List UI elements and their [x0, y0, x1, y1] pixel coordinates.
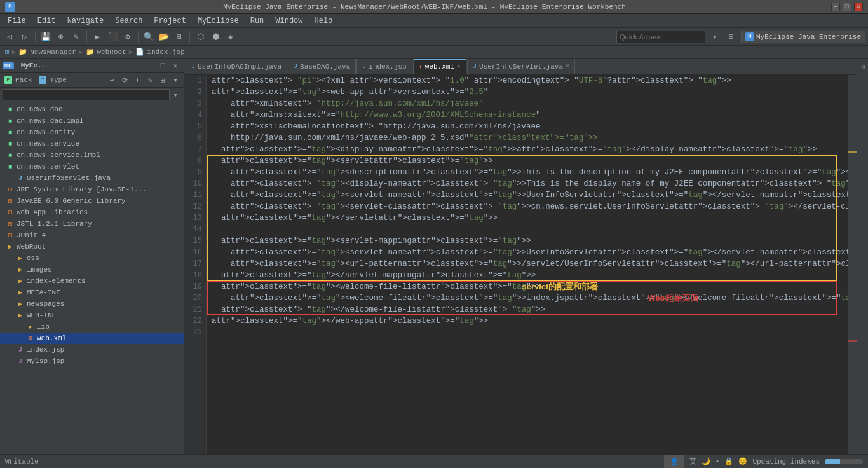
editor-tab-index-jsp[interactable]: Jindex.jsp — [356, 59, 412, 74]
code-area[interactable]: attr">classtext">="pi"><?xml attr">versi… — [207, 75, 848, 454]
line-number: 1 — [184, 75, 202, 86]
breadcrumb-item-2[interactable]: index.jsp — [147, 48, 184, 56]
tree-item-label: images — [27, 266, 52, 273]
tree-item[interactable]: ■cn.news.entity — [0, 127, 184, 138]
tree-item[interactable]: ■cn.news.service.impl — [0, 149, 184, 161]
menu-item-search[interactable]: Search — [110, 15, 147, 27]
sidebar-maximize[interactable]: □ — [157, 60, 168, 71]
toolbar-btn-8[interactable]: ⚙ — [121, 30, 135, 44]
tree-item[interactable]: Xweb.xml — [0, 333, 184, 344]
tree-item[interactable]: ▶index-elements — [0, 275, 184, 287]
sidebar-tb-2[interactable]: T — [37, 74, 48, 86]
sidebar-action-3[interactable]: ⬇ — [132, 74, 143, 86]
tree-item[interactable]: JMylsp.jsp — [0, 355, 184, 367]
tree-item[interactable]: ⊞JSTL 1.2.1 Library — [0, 218, 184, 230]
toolbar-btn-14[interactable]: ◈ — [224, 30, 238, 44]
folder-icon: ▶ — [15, 276, 25, 286]
avatar-icon: 👤 — [670, 458, 678, 465]
tree-item[interactable]: JUserInfoServlet.java — [0, 172, 184, 184]
tree-item[interactable]: ■cn.news.dao.impl — [0, 115, 184, 127]
sidebar-action-2[interactable]: ⟳ — [119, 74, 130, 86]
tab-close-button[interactable]: × — [457, 64, 461, 71]
toolbar-btn-7[interactable]: ⬛ — [105, 30, 119, 44]
menu-item-help[interactable]: Help — [309, 15, 338, 27]
status-emoji-icon: 😊 — [738, 457, 747, 465]
workspace-label: M MyEclipse Java Enterprise — [741, 31, 865, 43]
tree-item[interactable]: ■cn.news.servlet — [0, 161, 184, 172]
tree-item[interactable]: ▶META-INF — [0, 287, 184, 298]
lib-icon: ⊞ — [5, 219, 15, 229]
code-line — [212, 327, 843, 338]
quick-access-dropdown[interactable]: ▾ — [708, 30, 722, 44]
tree-item[interactable]: ▶WEB-INF — [0, 310, 184, 321]
maximize-button[interactable]: □ — [843, 3, 851, 11]
folder-icon: ▶ — [15, 265, 25, 275]
sidebar-action-5[interactable]: ⊞ — [157, 74, 168, 86]
editor-tab-BaseDAO-java[interactable]: JBaseDAO.java — [288, 59, 356, 74]
toolbar-btn-1[interactable]: ◁ — [3, 30, 17, 44]
menu-item-file[interactable]: File — [3, 15, 31, 27]
tree-item[interactable]: ■cn.news.dao — [0, 104, 184, 115]
tree-item[interactable]: ▶newspages — [0, 298, 184, 310]
menu-item-myeclipse[interactable]: MyEclipse — [193, 15, 244, 27]
menu-item-edit[interactable]: Edit — [32, 15, 61, 27]
breadcrumb-item-0[interactable]: NewsManager — [30, 48, 76, 56]
sidebar-action-6[interactable]: ▾ — [170, 74, 181, 86]
quick-access-input[interactable] — [616, 31, 705, 43]
tree-item[interactable]: ▶css — [0, 252, 184, 264]
tree-item[interactable]: ⊞JUnit 4 — [0, 230, 184, 241]
sidebar-tb-1[interactable]: P — [3, 74, 14, 86]
editor-tab-UserInfoDAOImpl-java[interactable]: JUserInfoDAOImpl.java — [186, 59, 287, 74]
menu-item-window[interactable]: Window — [270, 15, 308, 27]
toolbar-btn-2[interactable]: ▷ — [18, 30, 32, 44]
sidebar-action-4[interactable]: ✎ — [144, 74, 156, 86]
toolbar-btn-10[interactable]: 📂 — [157, 30, 171, 44]
toolbar-btn-11[interactable]: ⊞ — [172, 30, 186, 44]
sidebar-minimize[interactable]: ─ — [144, 60, 156, 71]
toolbar-btn-3[interactable]: 💾 — [39, 30, 53, 44]
toolbar-btn-5[interactable]: ✎ — [69, 30, 83, 44]
breadcrumb-item-1[interactable]: WebRoot — [97, 48, 126, 56]
menu-item-project[interactable]: Project — [149, 15, 191, 27]
code-line: attr">classtext">="tag"><display-nameatt… — [212, 178, 843, 189]
tree-item[interactable]: ■cn.news.service — [0, 138, 184, 149]
breadcrumb-icon-2: 📄 — [135, 48, 144, 56]
toolbar-btn-9[interactable]: 🔍 — [142, 30, 156, 44]
code-line: attr">xmlnstext">="http://java.sun.com/x… — [212, 98, 843, 109]
status-updating: Updating indexes — [752, 458, 820, 465]
editor-tab-web-xml[interactable]: ✦web.xml× — [413, 59, 466, 74]
tree-item[interactable]: ⊞JRE System Library [JavaSE-1... — [0, 184, 184, 195]
minimize-button[interactable]: ─ — [831, 3, 840, 11]
tree-item[interactable]: ▶images — [0, 264, 184, 275]
toolbar-btn-13[interactable]: ⬢ — [208, 30, 222, 44]
menu-item-run[interactable]: Run — [245, 15, 269, 27]
line-number: 9 — [184, 167, 202, 178]
sidebar-search-dropdown[interactable]: ▾ — [170, 89, 181, 100]
window-controls: ─ □ ✕ — [831, 3, 863, 11]
line-number: 15 — [184, 235, 202, 247]
tree-item[interactable]: Jindex.jsp — [0, 344, 184, 355]
status-writable: Writable — [5, 458, 39, 465]
package-icon: ■ — [5, 162, 15, 172]
writable-label: Writable — [5, 458, 39, 465]
tree-item[interactable]: ⊞JavaEE 6.0 Generic Library — [0, 195, 184, 207]
toolbar-btn-6[interactable]: ▶ — [90, 30, 104, 44]
toolbar-btn-12[interactable]: ⬡ — [193, 30, 207, 44]
tab-close-button[interactable]: × — [566, 63, 569, 70]
right-panel-btn-1[interactable]: ◁ — [857, 61, 869, 72]
tree-item-label: WebRoot — [17, 243, 46, 251]
toolbar-btn-4[interactable]: ⊕ — [54, 30, 68, 44]
tree-item[interactable]: ▶WebRoot — [0, 241, 184, 252]
menu-item-navigate[interactable]: Navigate — [62, 15, 109, 27]
close-button[interactable]: ✕ — [854, 3, 863, 11]
editor-tab-UserInfoServlet-java[interactable]: JUserInfoServlet.java× — [467, 59, 575, 74]
sidebar-close[interactable]: ✕ — [170, 60, 181, 71]
code-line: attr">classtext">="tag"><descriptionattr… — [212, 167, 843, 178]
tab-file-icon: J — [294, 63, 297, 70]
sidebar-action-1[interactable]: ↩ — [106, 74, 118, 86]
tree-item[interactable]: ▶lib — [0, 321, 184, 333]
sidebar-search-input[interactable] — [3, 89, 170, 100]
tree-item[interactable]: ⊞Web App Libraries — [0, 207, 184, 218]
tab-label: web.xml — [425, 63, 454, 71]
quick-access-settings[interactable]: ⊟ — [724, 30, 738, 44]
